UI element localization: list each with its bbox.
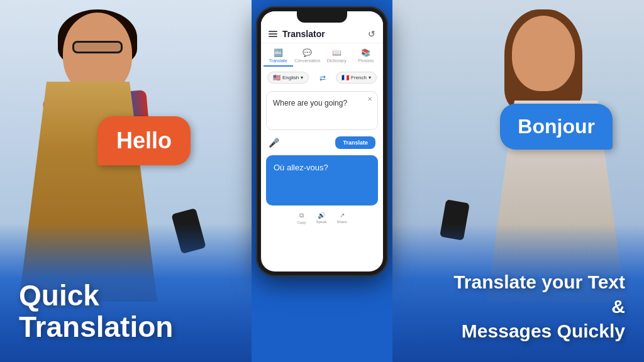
input-actions: 🎤 Translate <box>261 133 383 153</box>
input-text[interactable]: Where are you going? <box>273 98 371 123</box>
tab-translate[interactable]: 🔤 Translate <box>264 46 293 67</box>
copy-icon: ⧉ <box>299 212 304 219</box>
target-dropdown-icon: ▾ <box>369 75 371 80</box>
app-title: Translator <box>282 29 325 39</box>
tab-phrases[interactable]: 📚 Phrases <box>352 46 381 67</box>
person-right-head <box>512 16 575 91</box>
swap-languages-button[interactable]: ⇄ <box>311 74 333 82</box>
translate-button[interactable]: Translate <box>335 136 375 149</box>
tab-conversation[interactable]: 💬 Conversation <box>293 46 323 67</box>
target-language-button[interactable]: 🇫🇷 French ▾ <box>336 72 377 84</box>
phone-notch <box>297 11 347 23</box>
input-area[interactable]: ✕ Where are you going? <box>266 91 378 130</box>
speak-icon: 🔊 <box>318 212 325 219</box>
speak-button[interactable]: 🔊 Speak <box>316 212 326 224</box>
source-flag: 🇺🇸 <box>273 74 280 81</box>
right-panel: Bonjour Translate your Text &Messages Qu… <box>392 0 644 362</box>
left-tagline: QuickTranslation <box>19 280 173 343</box>
microphone-icon[interactable]: 🎤 <box>269 138 279 148</box>
share-icon: ↗ <box>340 212 345 219</box>
bonjour-bubble: Bonjour <box>500 104 613 150</box>
output-actions: ⧉ Copy 🔊 Speak ↗ Share <box>261 208 383 228</box>
phone-frame: Translator ↺ 🔤 Translate 💬 Conversation … <box>256 6 388 277</box>
clear-input-button[interactable]: ✕ <box>367 96 372 102</box>
phone-screen: Translator ↺ 🔤 Translate 💬 Conversation … <box>261 11 383 272</box>
output-text: Où allez-vous? <box>274 163 370 172</box>
app-header-left: Translator <box>269 29 325 39</box>
left-panel: Hello QuickTranslation <box>0 0 252 362</box>
output-area: Où allez-vous? <box>266 155 378 206</box>
history-icon[interactable]: ↺ <box>368 29 375 39</box>
tab-dictionary[interactable]: 📖 Dictionary <box>322 46 352 67</box>
dictionary-tab-icon: 📖 <box>332 48 341 57</box>
conversation-tab-icon: 💬 <box>303 48 312 57</box>
copy-button[interactable]: ⧉ Copy <box>297 212 306 224</box>
source-dropdown-icon: ▾ <box>301 75 303 80</box>
menu-icon[interactable] <box>269 31 277 37</box>
right-tagline: Translate your Text &Messages Quickly <box>449 270 625 343</box>
right-tagline-text: Translate your Text &Messages Quickly <box>449 270 625 343</box>
translate-tab-icon: 🔤 <box>274 48 283 57</box>
phone-mockup: Translator ↺ 🔤 Translate 💬 Conversation … <box>250 0 394 362</box>
share-button[interactable]: ↗ Share <box>337 212 347 224</box>
target-flag: 🇫🇷 <box>341 74 349 81</box>
phrases-tab-icon: 📚 <box>361 48 370 57</box>
language-selector: 🇺🇸 English ▾ ⇄ 🇫🇷 French ▾ <box>261 67 383 89</box>
app-tabs: 🔤 Translate 💬 Conversation 📖 Dictionary … <box>261 43 383 67</box>
left-tagline-text: QuickTranslation <box>19 280 173 343</box>
source-language-button[interactable]: 🇺🇸 English ▾ <box>267 72 309 84</box>
hello-bubble: Hello <box>97 116 191 165</box>
